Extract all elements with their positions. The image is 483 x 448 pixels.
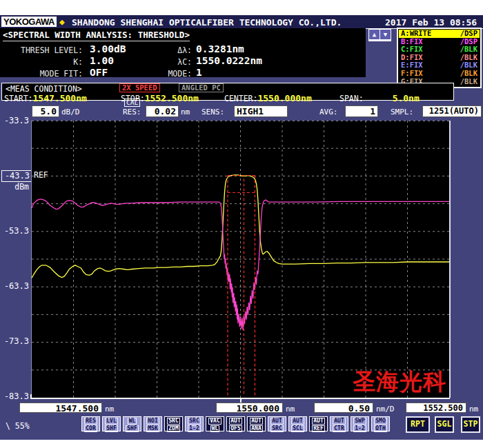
- spectral-analysis-panel: <SPECTRAL WIDTH ANALYSIS: THRESHOLD> THR…: [0, 28, 366, 77]
- arrow-up-button[interactable]: ▲: [369, 30, 379, 39]
- softkey-label: AUT: [291, 418, 304, 425]
- softkey-noi-msk[interactable]: NOIMSK: [144, 416, 162, 431]
- sens-label: SENS:: [201, 108, 224, 116]
- softkey-label: AUT: [312, 418, 324, 425]
- softkey-label: CTR: [333, 425, 345, 432]
- softkey-label: OTH: [374, 425, 386, 432]
- softkey-aut-src[interactable]: AUTSRC: [268, 416, 286, 431]
- x-scale-unit: nm/D: [376, 405, 395, 414]
- softkey-vac-wl[interactable]: VACWL: [206, 416, 224, 431]
- softkey-wl-shf[interactable]: WLSHF: [123, 416, 141, 431]
- ref-level-box: -43.3: [1, 170, 32, 182]
- x-stop-field[interactable]: 1552.500: [406, 403, 466, 413]
- meas-field-label: CENTER:: [224, 94, 257, 103]
- softkey-smo-oth[interactable]: SMOOTH: [371, 416, 390, 431]
- softkey-aut-ref[interactable]: AUTREF: [309, 416, 328, 431]
- x-axis-left-tick: [30, 394, 32, 398]
- softkey-row: RESCORLVLSHFWLSHFNOIMSKSRCZOMSRC1-2VACWL…: [81, 416, 390, 431]
- softkey-label: 1-2: [188, 425, 200, 432]
- analysis-title: <SPECTRAL WIDTH ANALYSIS: THRESHOLD>: [3, 30, 190, 41]
- y-tick-label: -53.3: [0, 226, 29, 236]
- softkey-label: SRC: [188, 418, 200, 425]
- x-scale-field[interactable]: 0.50: [314, 403, 373, 413]
- analysis-row: THRESH LEVEL:3.00dBΔλ:0.3281nm: [0, 43, 366, 55]
- level-scale-unit: dB/D: [61, 108, 80, 116]
- softkey-src-zom[interactable]: SRCZOM: [164, 416, 183, 431]
- softkey-label: SRC: [270, 425, 283, 432]
- softkey-label: AUT: [333, 418, 345, 425]
- analysis-label: MODE:: [135, 69, 192, 79]
- osa-screenshot: YOKOGAWA ◆ SHANDONG SHENGHAI OPTICALFIBE…: [0, 0, 483, 448]
- y-tick-label: -63.3: [0, 281, 29, 291]
- softkey-label: MSK: [146, 425, 159, 432]
- meas-field-center: CENTER:1550.000nm: [224, 91, 312, 104]
- zoom-indicator: \ 55%: [6, 421, 30, 431]
- y-tick-label: -33.3: [0, 116, 29, 125]
- softkey-label: WL: [210, 425, 220, 432]
- watermark-text: 圣海光科: [353, 367, 446, 398]
- smpl-label: SMPL:: [391, 108, 413, 116]
- softkey-label: SRC: [167, 418, 179, 425]
- softkey-label: AUT: [229, 418, 241, 425]
- softkey-label: SHF: [126, 425, 138, 432]
- trace-name: A:WRITE: [401, 30, 431, 38]
- trace-list-panel: A:WRITE/DSPB:FIX/DSPC:FIX/BLKD:FIX/BLKE:…: [397, 28, 482, 88]
- analysis-label: K:: [0, 57, 83, 67]
- trace-row-a[interactable]: A:WRITE/DSP: [399, 30, 480, 38]
- softkey-label: SHF: [105, 425, 117, 432]
- softkey-label: AUT: [250, 418, 262, 425]
- meas-field-span: SPAN:5.0nm: [339, 91, 420, 104]
- trace-row-f[interactable]: F:FIX/BLK: [399, 70, 480, 78]
- x-center-field[interactable]: 1550.000: [216, 403, 283, 413]
- x-start-unit: nm: [105, 405, 114, 414]
- softkey-label: OFS: [229, 425, 241, 432]
- level-scale-field[interactable]: 5.0: [32, 105, 59, 117]
- smpl-field[interactable]: 1251(AUTO): [422, 105, 482, 117]
- softkey-aut-ana[interactable]: AUTANA: [247, 416, 266, 431]
- x-start-field[interactable]: 1547.500: [19, 403, 102, 413]
- meas-field-label: SPAN:: [339, 94, 364, 103]
- analysis-row: MODE FIT:OFFMODE:1: [0, 67, 366, 79]
- meas-field-value: 1550.000nm: [257, 93, 311, 103]
- softkey-aut-ctr[interactable]: AUTCTR: [330, 416, 348, 431]
- softkey-aut-scl[interactable]: AUTSCL: [288, 416, 307, 431]
- trace-display-mode: /BLK: [460, 70, 477, 78]
- softkey-label: WL: [128, 418, 137, 425]
- rpt-button[interactable]: RPT: [406, 416, 430, 433]
- softkey-label: AUT: [270, 418, 283, 425]
- action-key-row: RPTSGLSTP: [406, 416, 480, 433]
- softkey-lvl-shf[interactable]: LVLSHF: [102, 416, 121, 431]
- avg-label: AVG:: [319, 108, 338, 116]
- softkey-label: NOI: [146, 418, 159, 425]
- company-name: SHANDONG SHENGHAI OPTICALFIBER TECHNOLOG…: [72, 17, 342, 28]
- sens-field[interactable]: HIGH1: [234, 105, 288, 117]
- meas-field-start: START:1547.500nm: [4, 91, 87, 104]
- softkey-label: SCL: [291, 425, 304, 432]
- softkey-label: 1-2: [353, 425, 366, 432]
- softkey-res-cor[interactable]: RESCOR: [81, 416, 100, 431]
- meas-field-value: 1547.500nm: [33, 93, 87, 103]
- analysis-value: 1.00: [90, 55, 114, 66]
- cal-indicator: CAL: [124, 99, 140, 107]
- softkey-src-1-2[interactable]: SRC1-2: [185, 416, 204, 431]
- arrow-down-button[interactable]: ▼: [380, 30, 391, 39]
- trace-display-mode: /BLK: [460, 78, 477, 86]
- softkey-aut-ofs[interactable]: AUTOFS: [226, 416, 245, 431]
- analysis-label: THRESH LEVEL:: [0, 45, 83, 55]
- softkey-label: LVL: [105, 418, 117, 425]
- softkey-swp-1-2[interactable]: SWP1-2: [351, 416, 369, 431]
- osa-screen: YOKOGAWA ◆ SHANDONG SHENGHAI OPTICALFIBE…: [0, 15, 483, 440]
- res-field[interactable]: 0.02: [146, 105, 179, 117]
- analysis-label: Δλ:: [135, 45, 192, 55]
- stp-button[interactable]: STP: [461, 416, 480, 433]
- trace-display-mode: /DSP: [460, 30, 477, 38]
- avg-field[interactable]: 1: [345, 105, 378, 117]
- analysis-value: 3.00dB: [90, 43, 126, 54]
- sgl-button[interactable]: SGL: [435, 416, 454, 433]
- y-axis-unit: dBm: [0, 182, 29, 192]
- softkey-label: RES: [84, 418, 97, 425]
- softkey-label: SMO: [374, 418, 386, 425]
- analysis-label: MODE FIT:: [0, 69, 83, 79]
- softkey-label: ANA: [250, 425, 262, 432]
- meas-field-value: 1552.500nm: [145, 93, 199, 103]
